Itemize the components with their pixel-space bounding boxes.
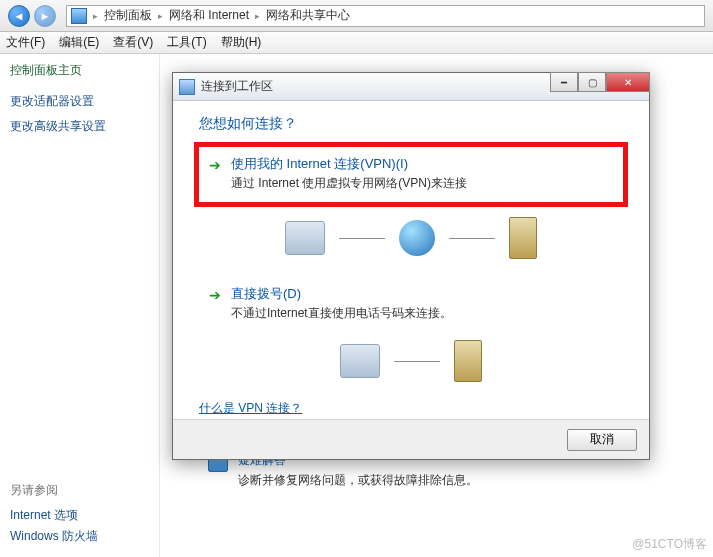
what-is-vpn-link[interactable]: 什么是 VPN 连接？ [199,401,302,415]
breadcrumb-control-panel[interactable]: 控制面板 [104,7,152,24]
sidebar-advanced-sharing[interactable]: 更改高级共享设置 [10,118,149,135]
dialog-title: 连接到工作区 [201,78,273,95]
option-vpn[interactable]: ➔ 使用我的 Internet 连接(VPN)(I) 通过 Internet 使… [194,142,628,207]
chevron-right-icon: ▸ [158,11,163,21]
option-dialup-desc: 不通过Internet直接使用电话号码来连接。 [231,305,452,322]
server-icon [509,217,537,259]
option-vpn-desc: 通过 Internet 使用虚拟专用网络(VPN)来连接 [231,175,467,192]
troubleshoot-desc: 诊断并修复网络问题，或获得故障排除信息。 [238,472,478,489]
nav-back-button[interactable]: ◄ [8,5,30,27]
menu-bar: 文件(F) 编辑(E) 查看(V) 工具(T) 帮助(H) [0,32,713,54]
dialog-prompt: 您想如何连接？ [199,115,623,133]
sidebar: 控制面板主页 更改适配器设置 更改高级共享设置 另请参阅 Internet 选项… [0,54,160,557]
option-vpn-title: 使用我的 Internet 连接(VPN)(I) [231,155,467,173]
menu-file[interactable]: 文件(F) [6,34,45,51]
sidebar-heading[interactable]: 控制面板主页 [10,62,149,79]
computer-icon [285,221,325,255]
address-bar: ◄ ► ▸ 控制面板 ▸ 网络和 Internet ▸ 网络和共享中心 [0,0,713,32]
cancel-button[interactable]: 取消 [567,429,637,451]
connect-workplace-dialog: ━ ▢ ✕ 连接到工作区 您想如何连接？ ➔ 使用我的 Internet 连接(… [172,72,650,460]
dialog-title-icon [179,79,195,95]
breadcrumb-network-sharing[interactable]: 网络和共享中心 [266,7,350,24]
wire-icon [449,238,495,239]
option-dialup-title: 直接拨号(D) [231,285,452,303]
server-icon [454,340,482,382]
chevron-right-icon: ▸ [255,11,260,21]
sidebar-internet-options[interactable]: Internet 选项 [10,507,149,524]
window-controls: ━ ▢ ✕ [550,72,650,92]
menu-edit[interactable]: 编辑(E) [59,34,99,51]
vpn-illustration [199,217,623,259]
dialup-illustration [199,340,623,382]
control-panel-icon [71,8,87,24]
sidebar-windows-firewall[interactable]: Windows 防火墙 [10,528,149,545]
globe-icon [399,220,435,256]
arrow-right-icon: ➔ [209,157,221,173]
menu-tools[interactable]: 工具(T) [167,34,206,51]
computer-icon [340,344,380,378]
wire-icon [394,361,440,362]
maximize-button[interactable]: ▢ [578,72,606,92]
dialog-footer: 取消 [173,419,649,459]
option-dialup[interactable]: ➔ 直接拨号(D) 不通过Internet直接使用电话号码来连接。 [199,277,623,330]
wire-icon [339,238,385,239]
vpn-help-link-row: 什么是 VPN 连接？ [199,400,623,417]
menu-help[interactable]: 帮助(H) [221,34,262,51]
sidebar-adapter-settings[interactable]: 更改适配器设置 [10,93,149,110]
nav-forward-button[interactable]: ► [34,5,56,27]
arrow-right-icon: ➔ [209,287,221,303]
chevron-right-icon: ▸ [93,11,98,21]
close-button[interactable]: ✕ [606,72,650,92]
breadcrumb-network-internet[interactable]: 网络和 Internet [169,7,249,24]
dialog-body: 您想如何连接？ ➔ 使用我的 Internet 连接(VPN)(I) 通过 In… [173,101,649,431]
sidebar-see-also: 另请参阅 [10,482,149,499]
menu-view[interactable]: 查看(V) [113,34,153,51]
breadcrumb[interactable]: ▸ 控制面板 ▸ 网络和 Internet ▸ 网络和共享中心 [66,5,705,27]
minimize-button[interactable]: ━ [550,72,578,92]
watermark: @51CTO博客 [632,536,707,553]
